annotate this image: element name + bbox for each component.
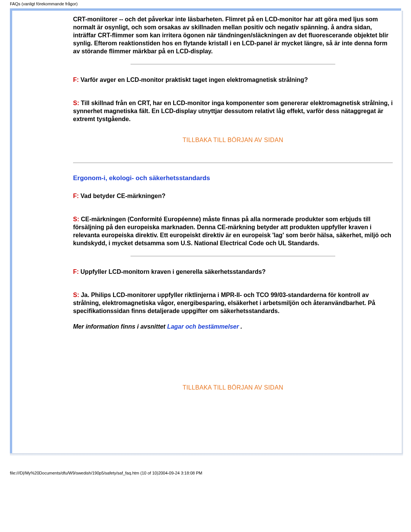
regulations-link[interactable]: Lagar och bestämmelser: [167, 323, 239, 330]
more-info-suffix: .: [239, 323, 242, 330]
qa3-answer: S: Ja. Philips LCD-monitorer uppfyller r…: [73, 291, 393, 315]
s-label: S:: [73, 216, 79, 222]
qa1-answer-text: Till skillnad från en CRT, har en LCD-mo…: [73, 100, 393, 122]
qa2-question: F: Vad betyder CE-märkningen?: [73, 192, 393, 200]
back-to-top-1: TILLBAKA TILL BÖRJAN AV SIDAN: [73, 137, 393, 144]
content-frame: CRT-moniitorer -- och det påverkar inte …: [10, 8, 401, 453]
section-divider: [73, 163, 393, 163]
divider: [131, 256, 335, 256]
spacer: [73, 336, 393, 371]
section-heading-ergonomics: Ergonom-i, ekologi- och säkerhetsstandar…: [73, 174, 393, 182]
more-info-note: Mer information finns i avsnittet Lagar …: [73, 323, 393, 330]
page-area: CRT-moniitorer -- och det påverkar inte …: [12, 11, 401, 453]
s-label: S:: [73, 292, 79, 298]
f-label: F:: [73, 268, 79, 275]
more-info-prefix: Mer information finns i avsnittet: [73, 323, 167, 330]
back-to-top-link[interactable]: TILLBAKA TILL BÖRJAN AV SIDAN: [183, 137, 284, 143]
qa2-answer: S: CE-märkningen (Conformité Européenne)…: [73, 215, 393, 247]
spacer: [73, 283, 393, 291]
qa2-answer-text: CE-märkningen (Conformité Européenne) må…: [73, 216, 391, 246]
qa1-question: F: Varför avger en LCD-monitor praktiskt…: [73, 76, 393, 84]
s-label: S:: [73, 100, 79, 106]
qa1-question-text: Varför avger en LCD-monitor praktiskt ta…: [79, 77, 308, 83]
divider: [131, 64, 335, 64]
qa1-answer: S: Till skillnad från en CRT, har en LCD…: [73, 99, 393, 123]
f-label: F:: [73, 77, 79, 83]
f-label: F:: [73, 193, 79, 199]
back-to-top-2: TILLBAKA TILL BÖRJAN AV SIDAN: [73, 384, 393, 391]
back-to-top-link[interactable]: TILLBAKA TILL BÖRJAN AV SIDAN: [183, 384, 284, 391]
spacer: [73, 207, 393, 215]
frame-bottom-shadow: [10, 453, 401, 456]
qa3-question: F: Uppfyller LCD-monitorn kraven i gener…: [73, 268, 393, 276]
qa2-question-text: Vad betyder CE-märkningen?: [79, 193, 166, 199]
spacer: [73, 91, 393, 99]
page-header-title: FAQs (vanligt förekommande frågor): [0, 0, 411, 8]
intro-fragment: CRT-moniitorer -- och det påverkar inte …: [73, 15, 393, 56]
footer-file-path: file:///D|/My%20Documents/dfu/W9/swedish…: [0, 456, 411, 483]
qa3-question-text: Uppfyller LCD-monitorn kraven i generell…: [79, 268, 266, 275]
qa3-answer-text: Ja. Philips LCD-monitorer uppfyller rikt…: [73, 292, 375, 314]
